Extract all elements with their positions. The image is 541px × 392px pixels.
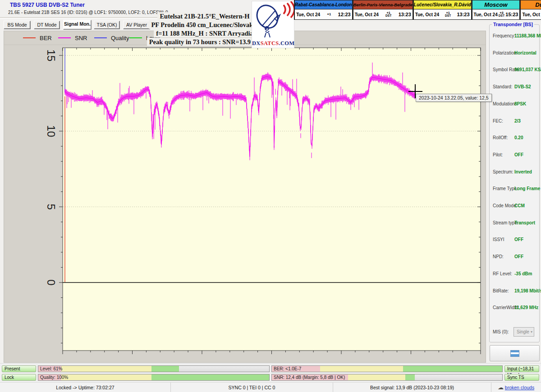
transponder-label: NPD: — [493, 254, 504, 259]
cloud-icon: ☁ — [498, 385, 504, 391]
transponder-label: Code Mode: — [493, 203, 517, 208]
tab-tsa-ok-[interactable]: TSA (OK) — [94, 21, 120, 29]
chart-tooltip: 2023-10-24 13.22.05, value: 12,5 — [416, 94, 492, 102]
transponder-label: Polarization: — [493, 50, 518, 55]
meter-label: Quality: 100% — [40, 375, 68, 380]
clock-lu-enec-slovakia-r-d-vid: Lučenec/Slovakia_R.DávidTue, Oct 24+1DST… — [413, 0, 472, 20]
sync-counters: SYNC 0 | TEI 0 | CC 0 — [171, 383, 333, 392]
meter-label: Level: 61% — [40, 366, 62, 371]
transponder-value: 2/3 — [514, 119, 521, 123]
clock-city-label: Moscow — [472, 0, 520, 9]
app-title: TBS 5927 USB DVB-S2 Tuner — [10, 2, 85, 8]
meter-zone-empty — [415, 374, 502, 380]
transponder-row: RollOff:0.20 — [490, 135, 539, 141]
transponder-panel-title: Transponder [BS] — [492, 22, 534, 27]
transponder-row: Frame Type:Long Frame — [490, 186, 539, 192]
meter-zone-yellow — [320, 366, 403, 372]
meter-zone-empty — [179, 366, 269, 372]
y-axis-tick-label: 5 — [45, 202, 57, 211]
transponder-value: 0.20 — [514, 135, 523, 140]
clock-date: Tue, Oct 24 — [296, 12, 320, 17]
world-clocks: Rabat-Casablanca-LondonTue, Oct 24+112:2… — [294, 0, 541, 20]
reception-header-line-2: PF Prodelin 450 cm_Lucenec/Slovakia — [149, 21, 260, 29]
meter-zone-yellow — [61, 366, 151, 372]
best-signal-status: Best signal: 13,9 dB (2023-10-23 08:19) — [333, 383, 491, 392]
transponder-value: 11,629 MHz — [514, 305, 538, 310]
weather-segment: ☁ broken clouds — [491, 383, 541, 392]
transponder-row: Stream type:Transport — [490, 220, 539, 227]
transponder-value: 9691,037 KS/s — [514, 67, 541, 72]
meter-zone-green — [403, 366, 502, 372]
lock-badge: Lock — [2, 374, 36, 381]
tab-signal-mon-[interactable]: Signal Mon. — [63, 20, 92, 30]
clock-city-label: Rabat-Casablanca-London — [295, 0, 352, 9]
meter-zone-green — [151, 374, 269, 380]
meter-label: SNR: 12,4 dB (Margin: 5,8 dB | OK) — [274, 375, 345, 380]
clock-date: Tue, Oct 24 — [474, 12, 498, 17]
clock-city-label: Dubai — [521, 0, 541, 9]
transponder-value: 19,198 Mbit/s — [514, 288, 541, 293]
clock-berlin-paris-vienna-belgrade: Berlin-Paris-Vienna-BelgradeTue, Oct 24+… — [353, 0, 413, 20]
transponder-value: Horizontal — [514, 50, 536, 55]
chevron-down-icon: ▾ — [531, 330, 532, 334]
transponder-value: Long Frame — [514, 186, 540, 191]
mis-select[interactable]: Single▾ — [513, 327, 534, 337]
clock-time: 12:23 — [338, 12, 351, 17]
clock-date: Tue, Oct 24 — [355, 12, 379, 17]
transponder-row: Pilot:OFF — [490, 152, 539, 159]
satellite-dish-icon — [252, 1, 294, 40]
mis-label: MIS (0): — [493, 329, 509, 334]
transponder-value: OFF — [514, 152, 523, 157]
transponder-row: Frequency:11188,368 MHz — [490, 33, 539, 40]
tab-dt-mode[interactable]: DT Mode — [34, 21, 60, 29]
signal-meters: Present Lock Level: 61% Quality: 100% BE… — [0, 363, 541, 383]
transponder-row: BitRate:19,198 Mbit/s — [490, 288, 539, 295]
mis-row: MIS (0): Single▾ — [490, 329, 539, 336]
reception-header-line-3: f=11 188 MHz_H : SNRT Arryadia — [154, 29, 256, 37]
stream-list-button[interactable] — [490, 345, 540, 361]
lock-uptime-status: Locked -> Uptime: 73:02:27 — [0, 383, 171, 392]
transponder-label: BitRate: — [493, 288, 509, 293]
y-axis-tick-label: 0 — [45, 278, 57, 287]
transponder-row: NPD:OFF — [490, 254, 539, 260]
clock-city-label: Berlin-Paris-Vienna-Belgrade — [353, 0, 413, 9]
transponder-label: Pilot: — [493, 152, 503, 157]
tab-av-player[interactable]: AV Player — [123, 21, 150, 29]
clock-city-label: Lučenec/Slovakia_R.Dávid — [414, 0, 471, 9]
clock-tz: +3DST — [499, 12, 505, 17]
transponder-label: Spectrum: — [493, 169, 513, 174]
snr-plot[interactable] — [4, 31, 486, 363]
clock-tz: +1DST — [385, 12, 392, 17]
weather-link[interactable]: broken clouds — [505, 385, 534, 390]
y-axis-tick-label: 15 — [45, 48, 57, 63]
reception-header-line-4: Peak quality in 73 hours : SNR=13.9 dB — [147, 38, 263, 46]
reception-header-line-1: Eutelsat 21B-21.5°E_Western-H — [157, 12, 252, 20]
meter-zone-yellow — [61, 374, 151, 380]
tab-bs-mode[interactable]: BS Mode — [4, 21, 31, 29]
meter-zone-green — [151, 366, 179, 372]
transponder-row: FEC:2/3 — [490, 119, 539, 125]
transponder-value: Transport — [514, 220, 535, 225]
clock-date: Tue, Oct 24 — [522, 12, 541, 17]
transponder-row: Modulation:8PSK — [490, 101, 539, 108]
meter-zone-yellow — [348, 374, 406, 380]
tbs-tuner-app: TBS 5927 USB DVB-S2 Tuner 21.6E - Eutels… — [0, 0, 541, 392]
clock-time: 13:23 — [399, 12, 411, 17]
ber-meter: BER: <1.0E-7 — [271, 365, 503, 372]
transponder-label: FEC: — [493, 119, 503, 123]
stream-list-icon — [510, 350, 519, 357]
status-bar: Locked -> Uptime: 73:02:27 SYNC 0 | TEI … — [0, 382, 541, 392]
dxsatcs-logo: DXSATCS.COM — [252, 1, 294, 48]
transponder-value: OFF — [514, 237, 523, 242]
present-badge: Present — [2, 365, 36, 372]
transponder-label: Frequency: — [493, 33, 515, 38]
transponder-value: OFF — [514, 254, 523, 259]
transponder-label: ISSYI — [493, 237, 504, 242]
transponder-row: ISSYIOFF — [490, 237, 539, 243]
snr-meter: SNR: 12,4 dB (Margin: 5,8 dB | OK) — [271, 374, 503, 381]
signal-chart-window[interactable]: BERSNRQualityLevel 051015 2023-10-24 13.… — [4, 31, 486, 363]
transponder-row: CarrierWidth:11,629 MHz — [490, 305, 539, 311]
transponder-row: Polarization:Horizontal — [490, 50, 539, 57]
transponder-label: Modulation: — [493, 101, 516, 106]
clock-tz: +1DST — [445, 12, 451, 17]
